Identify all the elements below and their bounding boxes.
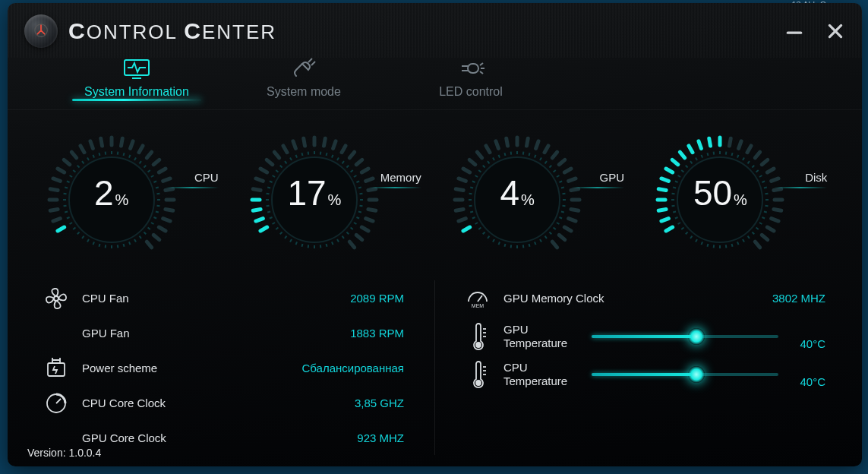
- stat-row: GPU Fan1883 RPM: [44, 315, 404, 350]
- version-footer: Version: 1.0.0.4: [27, 447, 101, 459]
- svg-line-58: [82, 161, 84, 163]
- clock-icon: [44, 391, 68, 414]
- svg-line-229: [536, 141, 538, 148]
- svg-line-222: [469, 160, 475, 164]
- stats-col-left: CPU Fan2089 RPMGPU Fan1883 RPMPower sche…: [44, 280, 435, 455]
- thermometer-icon: [466, 361, 490, 388]
- svg-line-298: [673, 160, 679, 164]
- svg-line-216: [459, 219, 466, 221]
- stat-value: 923 MHZ: [357, 431, 404, 444]
- control-center-window: Control Center System Information: [8, 3, 862, 466]
- svg-line-134: [285, 161, 286, 163]
- svg-line-193: [505, 244, 506, 247]
- svg-line-80: [153, 160, 159, 164]
- svg-line-301: [699, 141, 701, 148]
- tab-label: LED control: [439, 85, 503, 98]
- svg-line-38: [117, 245, 118, 248]
- svg-line-214: [511, 152, 512, 155]
- svg-line-237: [571, 210, 579, 211]
- svg-line-221: [463, 169, 470, 172]
- svg-line-88: [153, 235, 159, 239]
- svg-line-187: [540, 239, 541, 242]
- svg-line-308: [762, 160, 769, 164]
- svg-line-302: [709, 138, 711, 146]
- svg-line-217: [456, 210, 463, 211]
- svg-line-154: [342, 146, 346, 153]
- svg-line-106: [356, 217, 359, 219]
- tab-system-mode[interactable]: System mode: [220, 53, 387, 109]
- temp-value: 40°C: [783, 337, 825, 350]
- svg-line-169: [529, 153, 530, 156]
- svg-line-317: [756, 242, 760, 248]
- svg-line-152: [324, 138, 325, 146]
- svg-line-19: [134, 158, 136, 160]
- gpu-temp-slider[interactable]: [592, 325, 778, 348]
- svg-line-278: [672, 206, 675, 207]
- gauge-value: 17%: [270, 172, 359, 213]
- svg-line-136: [295, 155, 297, 158]
- svg-line-44: [82, 236, 84, 239]
- svg-line-249: [753, 166, 755, 168]
- svg-line-16: [117, 152, 118, 155]
- svg-line-241: [552, 242, 557, 248]
- svg-line-11: [480, 63, 483, 65]
- svg-line-155: [349, 152, 354, 158]
- tab-system-information[interactable]: System Information: [53, 53, 220, 109]
- close-button[interactable]: [825, 21, 845, 41]
- app-title: Control Center: [68, 18, 276, 44]
- svg-line-178: [563, 194, 566, 194]
- stat-label: GPU Memory Clock: [503, 292, 772, 305]
- svg-line-171: [540, 158, 541, 160]
- stat-value: 3,85 GHZ: [355, 397, 404, 409]
- svg-line-230: [544, 146, 548, 153]
- svg-line-274: [682, 228, 684, 229]
- svg-line-280: [672, 194, 675, 194]
- svg-line-306: [747, 146, 751, 153]
- svg-line-314: [772, 219, 778, 221]
- svg-line-226: [507, 138, 508, 146]
- svg-line-162: [366, 219, 373, 221]
- temp-label: GPUTemperature: [503, 323, 587, 350]
- svg-line-139: [260, 227, 267, 231]
- svg-line-264: [737, 242, 739, 245]
- gauge-row: CPU2% Memory17% GPU4% Disk50%: [8, 110, 862, 270]
- svg-line-107: [354, 223, 356, 224]
- gauge-label: Memory: [368, 171, 421, 191]
- gauge-label: CPU: [166, 171, 219, 191]
- tab-led-control[interactable]: LED control: [387, 53, 554, 109]
- svg-line-32: [147, 228, 150, 229]
- svg-line-225: [496, 141, 498, 148]
- svg-line-102: [359, 194, 362, 194]
- svg-line-254: [765, 194, 769, 194]
- svg-line-97: [346, 166, 349, 168]
- svg-line-138: [308, 152, 309, 155]
- svg-line-74: [100, 138, 102, 146]
- app-logo-icon: [24, 14, 58, 48]
- svg-line-244: [726, 152, 727, 155]
- svg-line-199: [475, 223, 478, 224]
- svg-line-275: [678, 223, 680, 224]
- svg-line-189: [529, 244, 530, 247]
- svg-line-220: [459, 179, 466, 181]
- stats-section: CPU Fan2089 RPMGPU Fan1883 RPMPower sche…: [8, 270, 862, 455]
- titlebar: Control Center: [8, 3, 862, 50]
- svg-line-239: [564, 227, 571, 231]
- stat-label: Power scheme: [82, 362, 301, 374]
- svg-line-76: [121, 138, 122, 146]
- svg-line-268: [714, 245, 715, 248]
- svg-line-157: [361, 169, 368, 172]
- svg-line-110: [342, 236, 343, 239]
- svg-line-123: [272, 223, 274, 224]
- svg-line-213: [505, 153, 506, 156]
- svg-line-148: [283, 146, 287, 153]
- svg-line-40: [105, 245, 106, 248]
- svg-line-182: [560, 217, 563, 219]
- cpu-temp-slider[interactable]: [592, 363, 778, 386]
- svg-line-62: [105, 152, 106, 155]
- minimize-button[interactable]: [784, 21, 804, 41]
- svg-line-13: [480, 71, 483, 74]
- stat-label: GPU Fan: [82, 327, 350, 340]
- svg-line-269: [708, 244, 709, 247]
- svg-line-315: [768, 227, 775, 231]
- svg-line-248: [748, 161, 750, 163]
